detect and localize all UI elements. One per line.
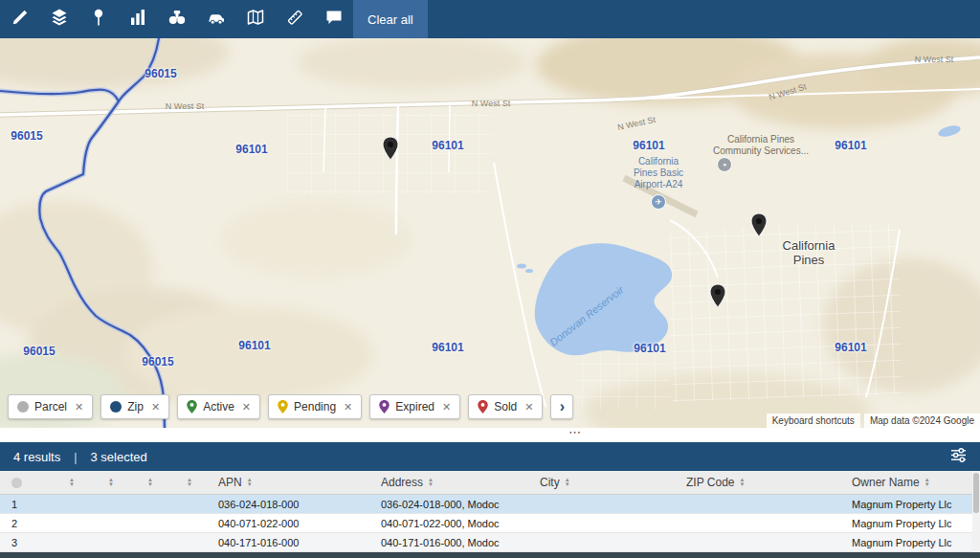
layers-button[interactable]	[39, 0, 78, 38]
sort-icon: ▲▼	[247, 478, 253, 487]
stats-button[interactable]	[118, 0, 157, 38]
map-pin-3[interactable]	[709, 283, 726, 312]
map-canvas[interactable]: 9601596015960159601596101961019610196101…	[0, 38, 980, 428]
drag-dots: ⋯	[568, 425, 582, 439]
table-header: ▲▼▲▼▲▼▲▼APN▲▼Address▲▼City▲▼ZIP Code▲▼Ow…	[0, 471, 980, 495]
clear-all-button[interactable]: Clear all	[353, 0, 428, 38]
panel-resize-handle[interactable]: ⋯	[0, 428, 980, 442]
draw-tool-button[interactable]	[0, 0, 39, 38]
sort-icon: ▲▼	[565, 478, 570, 487]
extra-1	[50, 495, 89, 513]
column-header-zip-code[interactable]: ZIP Code▲▼	[675, 471, 840, 494]
filter-chip-parcel[interactable]: Parcel✕	[8, 394, 93, 419]
scrollbar-thumb[interactable]	[973, 473, 979, 513]
column-header-apn[interactable]: APN▲▼	[207, 471, 369, 494]
apn-cell: 036-024-018-000	[207, 495, 369, 513]
binoculars-icon	[167, 8, 187, 31]
extra-2	[89, 495, 128, 513]
app-window: Clear all	[0, 0, 980, 558]
address-cell: 040-171-016-000, Modoc	[369, 533, 528, 551]
pencil-icon	[11, 8, 30, 31]
map-attribution-bar: Keyboard shortcuts Map data ©2024 Google	[767, 413, 980, 428]
owner-cell: Magnum Property Llc	[840, 495, 980, 513]
route-map-button[interactable]	[235, 0, 275, 38]
zip-cell	[675, 495, 840, 513]
column-header-extra-3[interactable]: ▲▼	[128, 471, 167, 494]
table-settings-button[interactable]	[950, 447, 967, 466]
table-row-1[interactable]: 1036-024-018-000036-024-018-000, ModocMa…	[0, 495, 980, 514]
table-row-2[interactable]: 2040-071-022-000040-071-022-000, ModocMa…	[0, 514, 980, 533]
results-count: 4 results	[13, 450, 60, 464]
extra-4	[167, 514, 207, 532]
chip-close-icon[interactable]: ✕	[442, 401, 451, 413]
sliders-icon	[950, 447, 967, 466]
filter-chip-pending[interactable]: Pending✕	[268, 394, 362, 419]
map-toolbar: Clear all	[0, 0, 980, 38]
ruler-icon	[285, 8, 304, 31]
pin-tool-button[interactable]	[78, 0, 118, 38]
map-pin-2[interactable]	[750, 212, 768, 241]
chip-close-icon[interactable]: ✕	[242, 401, 251, 413]
address-cell: 036-024-018-000, Modoc	[369, 495, 528, 513]
map-pin-1[interactable]	[382, 136, 399, 165]
extra-3	[128, 514, 167, 532]
extra-4	[167, 533, 207, 551]
layers-icon	[50, 8, 69, 31]
filter-chip-zip[interactable]: Zip✕	[100, 394, 169, 419]
chip-label: Active	[203, 400, 234, 413]
chips-scroll-right-button[interactable]: ›	[550, 394, 573, 419]
zip-cell	[675, 533, 840, 551]
extra-3	[128, 495, 167, 513]
comments-button[interactable]	[314, 0, 353, 38]
row-select-header	[0, 471, 50, 494]
bottom-edge	[0, 552, 980, 558]
chip-close-icon[interactable]: ✕	[524, 401, 533, 413]
sort-icon: ▲▼	[428, 478, 434, 487]
chip-close-icon[interactable]: ✕	[344, 401, 352, 413]
selected-count: 3 selected	[91, 450, 147, 464]
row-number: 3	[0, 533, 50, 551]
sold-pin-icon	[478, 400, 488, 413]
zip-cell	[675, 514, 840, 532]
column-header-label: ZIP Code	[686, 476, 734, 489]
column-header-extra-1[interactable]: ▲▼	[50, 471, 89, 494]
column-header-label: City	[540, 476, 560, 489]
filter-chip-active[interactable]: Active✕	[177, 394, 260, 419]
column-header-owner-name[interactable]: Owner Name▲▼	[840, 471, 980, 494]
chip-close-icon[interactable]: ✕	[75, 401, 83, 413]
column-header-label: APN	[218, 476, 242, 489]
chip-close-icon[interactable]: ✕	[151, 401, 160, 413]
sort-icon: ▲▼	[108, 478, 114, 487]
apn-cell: 040-171-016-000	[207, 533, 369, 551]
filter-chip-expired[interactable]: Expired✕	[369, 394, 460, 419]
search-area-button[interactable]	[157, 0, 196, 38]
address-cell: 040-071-022-000, Modoc	[369, 514, 528, 532]
map-data-attribution: Map data ©2024 Google	[864, 413, 980, 428]
column-header-extra-2[interactable]: ▲▼	[89, 471, 128, 494]
column-header-city[interactable]: City▲▼	[528, 471, 675, 494]
table-row-3[interactable]: 3040-171-016-000040-171-016-000, ModocMa…	[0, 533, 980, 552]
drive-time-button[interactable]	[196, 0, 235, 38]
keyboard-shortcuts-link[interactable]: Keyboard shortcuts	[767, 413, 860, 428]
measure-button[interactable]	[275, 0, 314, 38]
results-table: ▲▼▲▼▲▼▲▼APN▲▼Address▲▼City▲▼ZIP Code▲▼Ow…	[0, 471, 980, 552]
extra-2	[89, 514, 128, 532]
extra-2	[89, 533, 128, 551]
table-scrollbar[interactable]	[972, 471, 980, 552]
column-header-extra-4[interactable]: ▲▼	[167, 471, 207, 494]
place-marker-icon	[89, 8, 108, 31]
extra-4	[167, 495, 207, 513]
table-body: 1036-024-018-000036-024-018-000, ModocMa…	[0, 495, 980, 552]
extra-3	[128, 533, 167, 551]
results-bar: 4 results | 3 selected	[0, 442, 980, 471]
chip-label: Expired	[395, 400, 434, 413]
column-header-label: Owner Name	[852, 476, 920, 489]
sort-icon: ▲▼	[69, 478, 75, 487]
select-all-icon[interactable]	[11, 478, 22, 488]
owner-cell: Magnum Property Llc	[840, 533, 980, 551]
column-header-address[interactable]: Address▲▼	[369, 471, 528, 494]
results-separator: |	[74, 450, 77, 464]
chip-label: Parcel	[34, 400, 67, 413]
sort-icon: ▲▼	[924, 478, 930, 487]
filter-chip-sold[interactable]: Sold✕	[468, 394, 543, 419]
